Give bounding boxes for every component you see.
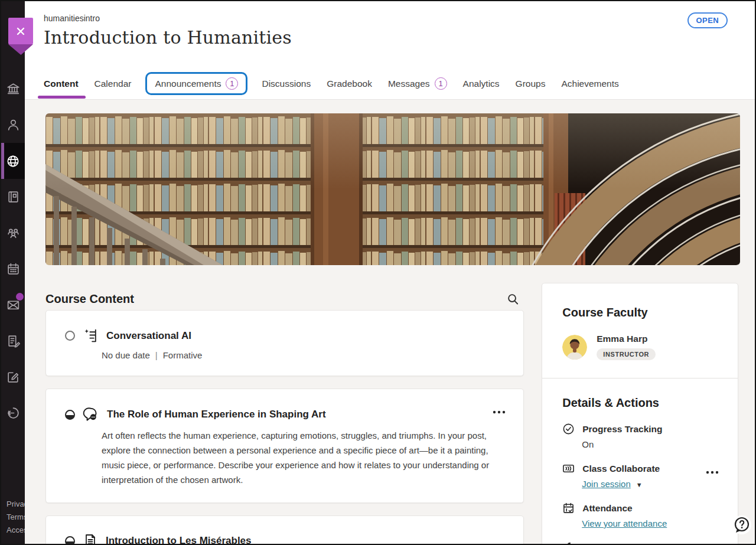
collaborate-icon <box>562 462 575 475</box>
course-tabbar: Content Calendar Announcements 1 Discuss… <box>25 68 755 100</box>
help-question-icon <box>733 516 751 534</box>
content-item-discussion: The Role of Human Experience in Shaping … <box>45 389 524 503</box>
institution-icon[interactable] <box>1 71 25 107</box>
content-item-title[interactable]: Introduction to Les Misérables <box>106 535 252 545</box>
page-title: Introduction to Humanities <box>44 27 755 48</box>
content-item-meta: No due date|Formative <box>102 350 504 360</box>
messages-badge <box>16 293 24 301</box>
tab-messages[interactable]: Messages 1 <box>388 77 447 90</box>
terms-link[interactable]: Terms <box>6 511 25 524</box>
ai-item-icon <box>83 328 99 344</box>
content-item-description: Art often reflects the human experience,… <box>102 428 504 487</box>
progress-status-in-progress[interactable] <box>65 536 75 545</box>
books-tools-item: Books & Tools <box>562 541 721 545</box>
privacy-link[interactable]: Privacy <box>6 498 25 511</box>
panel-divider <box>542 378 738 378</box>
ribbon-fold <box>8 44 33 55</box>
course-id: humanitiesintro <box>44 14 755 23</box>
chevron-down-icon[interactable]: ▼ <box>636 481 643 488</box>
progress-tracking-value: On <box>582 439 721 449</box>
page-body: Course Content <box>25 100 755 545</box>
class-collaborate-item: Class Collaborate Join session▼ <box>562 462 721 489</box>
content-item-document: Introduction to Les Misérables <box>45 515 524 545</box>
attendance-icon <box>562 502 575 514</box>
tab-groups[interactable]: Groups <box>516 79 546 89</box>
course-banner-image <box>45 113 740 265</box>
profile-icon[interactable] <box>1 107 25 143</box>
signout-icon[interactable] <box>1 395 25 431</box>
organizations-icon[interactable] <box>1 215 25 251</box>
announcements-count-badge: 1 <box>226 77 238 90</box>
collaborate-overflow-menu-icon[interactable] <box>703 464 721 479</box>
course-content-column: Course Content <box>45 283 524 545</box>
grades-icon[interactable] <box>1 323 25 359</box>
tab-calendar[interactable]: Calendar <box>94 79 132 89</box>
view-attendance-link[interactable]: View your attendance <box>582 518 667 528</box>
tab-announcements[interactable]: Announcements 1 <box>155 77 238 90</box>
document-icon <box>83 533 98 545</box>
rail-footer-links: Privacy Terms Accessibility <box>6 498 25 537</box>
courses-icon[interactable] <box>1 179 25 215</box>
attendance-item: Attendance View your attendance <box>562 502 721 528</box>
marks-icon[interactable] <box>1 359 25 395</box>
instructor-role-badge: INSTRUCTOR <box>597 348 656 360</box>
instructor-avatar <box>562 335 587 360</box>
tab-analytics[interactable]: Analytics <box>463 79 500 89</box>
wrench-icon <box>562 541 575 545</box>
activity-icon[interactable] <box>1 143 25 179</box>
instructor-name: Emma Harp <box>597 334 656 344</box>
progress-check-icon <box>562 423 575 435</box>
join-session-link[interactable]: Join session <box>582 479 631 489</box>
search-icon[interactable] <box>504 291 522 308</box>
base-navigation-rail: Privacy Terms Accessibility <box>1 1 25 544</box>
course-header: humanitiesintro Introduction to Humaniti… <box>25 1 755 68</box>
tab-discussions[interactable]: Discussions <box>262 79 311 89</box>
course-side-panel: Course Faculty Emma H <box>542 283 738 545</box>
item-overflow-menu-icon[interactable] <box>490 403 508 419</box>
messages-icon[interactable] <box>1 287 25 323</box>
details-actions-heading: Details & Actions <box>562 396 721 410</box>
main-area: humanitiesintro Introduction to Humaniti… <box>25 1 755 544</box>
content-item-title[interactable]: Conversational AI <box>106 330 191 342</box>
tab-achievements[interactable]: Achievements <box>561 79 618 89</box>
course-open-badge[interactable]: OPEN <box>687 12 728 28</box>
course-page: Privacy Terms Accessibility humanitiesin… <box>0 0 756 545</box>
progress-status-in-progress[interactable] <box>65 410 75 420</box>
content-item-title[interactable]: The Role of Human Experience in Shaping … <box>107 409 326 420</box>
help-button[interactable] <box>732 515 751 534</box>
course-content-heading: Course Content <box>45 292 134 306</box>
messages-count-badge: 1 <box>435 77 447 90</box>
content-item-conversational-ai: Conversational AI No due date|Formative <box>45 310 524 376</box>
close-course-button[interactable] <box>8 18 33 55</box>
tab-content[interactable]: Content <box>44 79 79 89</box>
discussion-icon <box>83 406 99 423</box>
accessibility-link[interactable]: Accessibility <box>6 524 25 537</box>
tab-gradebook[interactable]: Gradebook <box>327 79 372 89</box>
announcements-focus-ring: Announcements 1 <box>145 72 247 95</box>
calendar-icon[interactable] <box>1 251 25 287</box>
close-icon[interactable] <box>8 18 33 44</box>
progress-status-not-started[interactable] <box>65 331 75 341</box>
progress-tracking-item: Progress Tracking On <box>562 423 721 449</box>
course-faculty-heading: Course Faculty <box>562 306 721 319</box>
